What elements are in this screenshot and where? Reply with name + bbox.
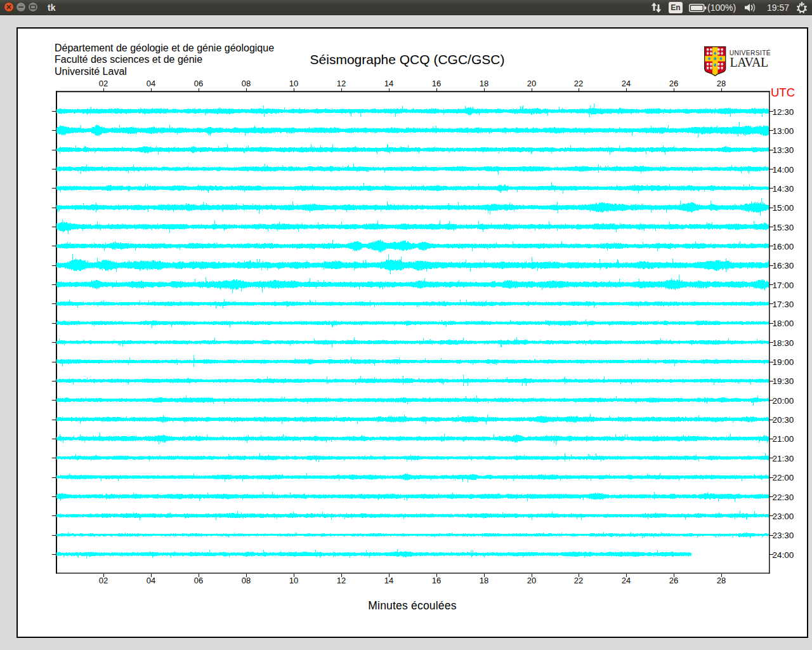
svg-text:LAVAL: LAVAL bbox=[730, 55, 768, 69]
